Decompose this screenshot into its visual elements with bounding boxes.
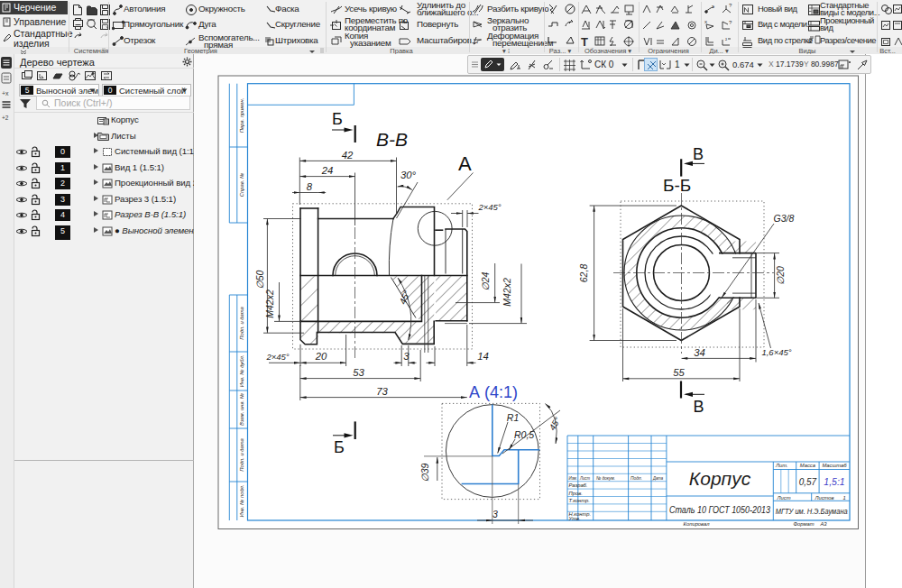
svg-text:?: ? xyxy=(729,3,732,8)
svg-text:Копировал: Копировал xyxy=(684,521,711,527)
svg-text:Подп. и дата: Подп. и дата xyxy=(239,438,244,472)
svg-text:55: 55 xyxy=(673,367,685,378)
svg-text:1,5:1: 1,5:1 xyxy=(824,476,844,487)
svg-text:В: В xyxy=(694,398,704,416)
svg-text:Лист: Лист xyxy=(777,495,791,501)
svg-text:№ докум.: № докум. xyxy=(596,475,615,481)
svg-text:73: 73 xyxy=(376,386,388,397)
svg-text:24: 24 xyxy=(321,165,334,176)
svg-text:Лист: Лист xyxy=(579,475,590,481)
svg-text:Б: Б xyxy=(332,110,343,128)
svg-text:х: х xyxy=(704,19,707,24)
svg-text:Лит.: Лит. xyxy=(775,463,788,468)
svg-text:Пров.: Пров. xyxy=(569,491,583,496)
svg-text:Перв. примен.: Перв. примен. xyxy=(239,98,244,133)
svg-text:2×45°: 2×45° xyxy=(265,352,289,362)
svg-text:8: 8 xyxy=(307,181,313,192)
svg-text:Сталь 10 ГОСТ 1050-2013: Сталь 10 ГОСТ 1050-2013 xyxy=(669,504,770,515)
svg-text:²: ² xyxy=(725,37,727,42)
svg-text:R0,5: R0,5 xyxy=(514,429,534,440)
svg-text:1: 1 xyxy=(842,495,845,501)
svg-text:Листов: Листов xyxy=(814,495,833,501)
svg-text:?: ? xyxy=(729,20,732,25)
svg-text:Инв. № подл.: Инв. № подл. xyxy=(239,485,244,518)
svg-text:+x: +x xyxy=(2,90,9,96)
svg-text:3: 3 xyxy=(492,509,498,519)
svg-text:∅39: ∅39 xyxy=(419,463,430,482)
svg-text:1,6×45°: 1,6×45° xyxy=(761,347,791,357)
svg-text:э: э xyxy=(712,4,714,9)
svg-text:МГТУ им. Н.Э.Баумана: МГТУ им. Н.Э.Баумана xyxy=(776,508,848,516)
svg-text:Т.контр.: Т.контр. xyxy=(569,498,590,503)
svg-text:Б-Б: Б-Б xyxy=(663,176,691,195)
svg-text:В: В xyxy=(693,145,704,163)
svg-text:Взам. инв. №: Взам. инв. № xyxy=(239,393,244,426)
svg-text:Подп. и дата: Подп. и дата xyxy=(239,307,244,340)
svg-text:Масштаб: Масштаб xyxy=(822,463,847,468)
svg-text:+2: +2 xyxy=(2,115,9,121)
svg-text:Инв. № дубл.: Инв. № дубл. xyxy=(239,355,244,388)
svg-text:Масса: Масса xyxy=(800,463,816,468)
svg-text:А: А xyxy=(458,152,472,175)
svg-text:2×45°: 2×45° xyxy=(477,202,501,212)
svg-text:М42х2: М42х2 xyxy=(264,289,275,318)
svg-text:В-В: В-В xyxy=(376,129,408,150)
svg-text:Дата: Дата xyxy=(652,475,663,481)
svg-text:62,8: 62,8 xyxy=(578,264,589,283)
svg-text:42: 42 xyxy=(342,150,354,161)
svg-text:30°: 30° xyxy=(400,170,417,180)
svg-text:53: 53 xyxy=(353,367,364,378)
svg-text:∅20: ∅20 xyxy=(775,266,786,285)
svg-text:Разраб.: Разраб. xyxy=(569,482,588,488)
svg-text:А (4:1): А (4:1) xyxy=(469,383,518,401)
svg-text:0,57: 0,57 xyxy=(799,477,817,487)
svg-text:М42х2: М42х2 xyxy=(502,278,512,307)
svg-text:Справ. №: Справ. № xyxy=(239,173,244,197)
svg-text:Изм.: Изм. xyxy=(569,475,578,481)
svg-text:14: 14 xyxy=(477,351,489,362)
svg-text:∅50: ∅50 xyxy=(254,270,265,289)
svg-text:∅24: ∅24 xyxy=(480,271,491,290)
svg-text:3: 3 xyxy=(403,351,410,362)
svg-text:Формат: Формат xyxy=(793,521,814,527)
svg-text:20: 20 xyxy=(315,351,327,362)
svg-text:А3: А3 xyxy=(819,521,827,527)
svg-text:34: 34 xyxy=(694,347,705,358)
svg-text:R1: R1 xyxy=(507,412,519,423)
svg-text:Корпус: Корпус xyxy=(689,468,751,489)
svg-text:Б: Б xyxy=(334,438,345,456)
svg-text:Подп.: Подп. xyxy=(630,475,642,481)
svg-text:Утв.: Утв. xyxy=(568,516,581,521)
svg-text:G3/8: G3/8 xyxy=(774,213,795,224)
